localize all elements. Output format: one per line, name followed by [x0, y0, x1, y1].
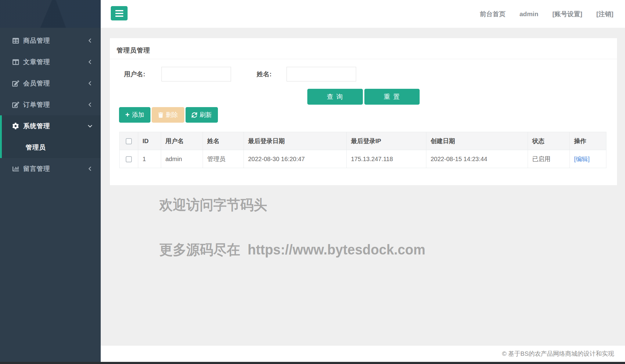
refresh-icon — [192, 112, 197, 118]
header-created-date: 创建日期 — [426, 132, 528, 150]
link-account-settings[interactable]: [账号设置] — [552, 10, 582, 18]
chevron-left-icon — [87, 59, 93, 65]
cell-created-date: 2022-08-15 14:23:44 — [426, 150, 528, 168]
divider — [110, 59, 617, 59]
header-name: 姓名 — [203, 132, 244, 150]
sidebar-item-label: 商品管理 — [23, 36, 50, 45]
sidebar: 商品管理 文章管理 会员管理 — [0, 0, 101, 364]
refresh-button-label: 刷新 — [200, 111, 212, 119]
cell-name: 管理员 — [203, 150, 244, 168]
header-actions: 操作 — [570, 132, 606, 150]
sidebar-item-goods[interactable]: 商品管理 — [0, 30, 101, 51]
add-button[interactable]: + 添加 — [119, 107, 150, 123]
header-last-login-date: 最后登录日期 — [244, 132, 347, 150]
edit-icon — [12, 80, 20, 87]
search-button[interactable]: 查 询 — [307, 89, 363, 105]
sidebar-item-members[interactable]: 会员管理 — [0, 73, 101, 94]
footer: © 基于BS的农产品网络商城的设计和实现 — [101, 346, 625, 362]
hamburger-icon — [115, 10, 123, 17]
cell-last-login-date: 2022-08-30 16:20:47 — [244, 150, 347, 168]
username-label: 用户名: — [124, 67, 145, 81]
delete-button[interactable]: 删除 — [152, 107, 184, 123]
chevron-left-icon — [87, 81, 93, 86]
link-logout[interactable]: [注销] — [596, 10, 613, 18]
select-all-checkbox[interactable] — [126, 138, 132, 144]
link-frontend-home[interactable]: 前台首页 — [480, 10, 505, 18]
header-status: 状态 — [528, 132, 570, 150]
name-label: 姓名: — [257, 67, 272, 81]
reset-button[interactable]: 重 置 — [364, 89, 420, 105]
cell-id: 1 — [138, 150, 161, 168]
sidebar-item-label: 文章管理 — [23, 58, 50, 66]
cell-username: admin — [161, 150, 203, 168]
page-title: 管理员管理 — [117, 46, 150, 55]
username-input[interactable] — [161, 67, 231, 81]
link-current-user[interactable]: admin — [519, 10, 538, 18]
gear-icon — [12, 123, 20, 129]
sidebar-item-articles[interactable]: 文章管理 — [0, 51, 101, 73]
trash-icon — [158, 112, 163, 118]
sidebar-item-orders[interactable]: 订单管理 — [0, 94, 101, 115]
row-checkbox[interactable] — [126, 156, 132, 162]
cell-status: 已启用 — [528, 150, 570, 168]
refresh-button[interactable]: 刷新 — [186, 107, 218, 123]
chevron-down-icon — [87, 123, 93, 129]
add-button-label: 添加 — [132, 111, 144, 119]
bar-chart-icon — [12, 165, 20, 172]
chevron-left-icon — [87, 166, 93, 171]
table-header-row: ID 用户名 姓名 最后登录日期 最后登录IP 创建日期 状态 操作 — [120, 132, 606, 150]
sidebar-item-label: 系统管理 — [23, 122, 50, 130]
chevron-left-icon — [87, 102, 93, 107]
edit-link[interactable]: [编辑] — [574, 156, 590, 162]
delete-button-label: 删除 — [166, 111, 178, 119]
header-id: ID — [138, 132, 161, 150]
cell-last-login-ip: 175.13.247.118 — [347, 150, 426, 168]
sidebar-item-label: 订单管理 — [23, 100, 50, 109]
table-icon — [12, 37, 20, 44]
header-last-login-ip: 最后登录IP — [347, 132, 426, 150]
sidebar-item-label: 留言管理 — [23, 164, 50, 173]
content-area: 管理员管理 用户名: 姓名: 查 询 重 置 + 添加 删除 刷新 — [101, 28, 625, 346]
sidebar-item-label: 会员管理 — [23, 79, 50, 88]
sidebar-active-group: 系统管理 管理员 — [0, 115, 101, 158]
topbar-links: 前台首页 admin [账号设置] [注销] — [480, 0, 613, 28]
sidebar-item-messages[interactable]: 留言管理 — [0, 158, 101, 179]
header-username: 用户名 — [161, 132, 203, 150]
sidebar-toggle-button[interactable] — [111, 6, 128, 20]
table-row: 1 admin 管理员 2022-08-30 16:20:47 175.13.2… — [120, 150, 606, 168]
logo-area — [0, 0, 101, 28]
footer-copyright: © 基于BS的农产品网络商城的设计和实现 — [502, 346, 614, 362]
name-input[interactable] — [287, 67, 356, 81]
admins-table: ID 用户名 姓名 最后登录日期 最后登录IP 创建日期 状态 操作 1 adm… — [119, 132, 606, 168]
chevron-left-icon — [87, 38, 93, 43]
sidebar-item-system[interactable]: 系统管理 — [2, 115, 101, 137]
sidebar-subitem-label: 管理员 — [26, 143, 46, 152]
admin-management-card: 管理员管理 用户名: 姓名: 查 询 重 置 + 添加 删除 刷新 — [110, 38, 617, 186]
plus-icon: + — [125, 111, 129, 118]
sidebar-item-administrators[interactable]: 管理员 — [2, 137, 101, 158]
topbar: 前台首页 admin [账号设置] [注销] — [101, 0, 625, 28]
bottom-strip — [0, 362, 625, 364]
sidebar-nav: 商品管理 文章管理 会员管理 — [0, 28, 101, 179]
columns-icon — [12, 59, 20, 65]
edit-icon — [12, 101, 20, 108]
